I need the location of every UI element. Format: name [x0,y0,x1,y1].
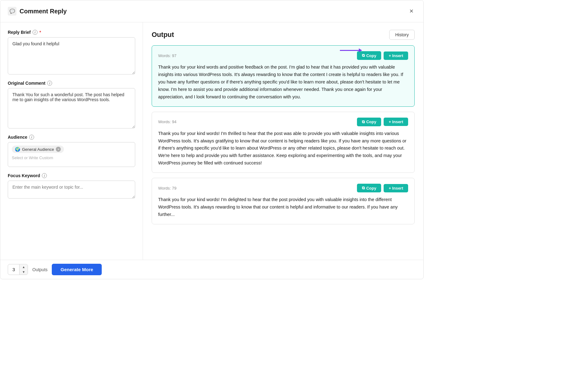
card-2-insert-button[interactable]: + Insert [384,118,408,126]
card-1-word-count: Words: 97 [158,53,176,58]
card-3-actions: ⧉ Copy + Insert [357,184,408,192]
stepper-up-button[interactable]: ▲ [20,265,28,270]
copy-icon: ⧉ [362,53,365,58]
left-panel: Reply Brief i * Glad you found it helpfu… [0,22,143,260]
card-2-copy-button[interactable]: ⧉ Copy [357,118,381,126]
outputs-value: 3 [8,264,20,275]
close-button[interactable]: × [407,6,416,16]
card-3-insert-button[interactable]: + Insert [384,184,408,192]
card-2-word-count: Words: 94 [158,119,176,124]
modal-body: Reply Brief i * Glad you found it helpfu… [0,22,423,260]
modal-header: 💬 Comment Reply × [0,0,423,22]
audience-tag-remove-button[interactable]: × [56,147,61,152]
modal-icon: 💬 [8,7,16,16]
audience-section: Audience i 🌍 General Audience × Select o… [8,135,135,167]
outputs-label: Outputs [32,267,47,272]
card-3-word-count: Words: 79 [158,186,176,191]
output-header: Output History [152,30,415,40]
output-card-2: Words: 94 ⧉ Copy + Insert Thank you for … [152,112,415,173]
focus-keyword-section: Focus Keyword i [8,173,135,199]
audience-tag: 🌍 General Audience × [12,146,64,153]
card-1-insert-button[interactable]: + Insert [384,52,408,60]
modal-title: Comment Reply [20,8,67,15]
title-group: 💬 Comment Reply [8,7,67,16]
stepper-arrows: ▲ ▼ [20,265,28,275]
audience-tag-label: General Audience [22,147,54,152]
audience-help-icon[interactable]: i [29,135,34,140]
card-3-copy-button[interactable]: ⧉ Copy [357,184,381,192]
history-button[interactable]: History [389,30,415,40]
reply-brief-label: Reply Brief i * [8,30,135,35]
original-comment-section: Original Comment i Thank You for such a … [8,81,135,128]
card-1-copy-button[interactable]: ⧉ Copy [357,51,381,60]
modal-container: 💬 Comment Reply × Reply Brief i * Glad y… [0,0,424,279]
card-2-text: Thank you for your kind words! I'm thril… [158,130,408,167]
reply-brief-section: Reply Brief i * Glad you found it helpfu… [8,30,135,74]
reply-brief-input[interactable]: Glad you found it helpful [8,37,135,74]
outputs-stepper[interactable]: 3 ▲ ▼ [8,264,28,275]
bottom-bar: 3 ▲ ▼ Outputs Generate More [0,260,423,279]
card-1-text: Thank you for your kind words and positi… [158,64,408,101]
reply-brief-help-icon[interactable]: i [33,30,38,35]
card-2-actions: ⧉ Copy + Insert [357,118,408,126]
card-3-meta: Words: 79 ⧉ Copy + Insert [158,184,408,192]
original-comment-help-icon[interactable]: i [47,81,52,86]
right-panel: Output History Words: 97 ⧉ Copy [143,22,423,260]
card-2-meta: Words: 94 ⧉ Copy + Insert [158,118,408,126]
card-1-meta: Words: 97 ⧉ Copy + Insert [158,51,408,60]
output-card-1: Words: 97 ⧉ Copy + Insert [152,45,415,107]
focus-keyword-input[interactable] [8,181,135,199]
stepper-down-button[interactable]: ▼ [20,270,28,275]
focus-keyword-help-icon[interactable]: i [42,173,47,178]
arrow-annotation [340,50,362,51]
generate-more-button[interactable]: Generate More [52,264,102,275]
output-card-3: Words: 79 ⧉ Copy + Insert Thank you for … [152,178,415,224]
card-3-text: Thank you for your kind words! I'm delig… [158,196,408,218]
focus-keyword-label: Focus Keyword i [8,173,135,178]
card-1-actions: ⧉ Copy + Insert [357,51,408,60]
audience-placeholder: Select or Write Custom [12,155,131,160]
original-comment-label: Original Comment i [8,81,135,86]
audience-label: Audience i [8,135,135,140]
copy-icon-2: ⧉ [362,119,365,124]
globe-icon: 🌍 [15,147,20,152]
original-comment-input[interactable]: Thank You for such a wonderful post. The… [8,88,135,128]
copy-icon-3: ⧉ [362,186,365,191]
reply-brief-required: * [39,30,41,35]
output-title: Output [152,31,174,39]
arrow-line [340,50,362,51]
audience-input-box[interactable]: 🌍 General Audience × Select or Write Cus… [8,142,135,167]
